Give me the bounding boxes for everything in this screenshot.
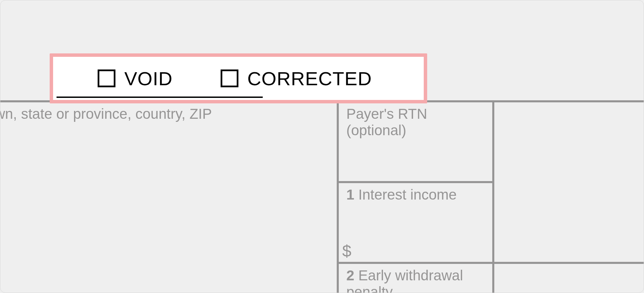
box2-early-withdrawal-cell: 2 Early withdrawal penalty	[339, 264, 492, 293]
box2-label: Early withdrawal penalty	[346, 267, 463, 293]
corrected-checkbox[interactable]	[221, 69, 238, 87]
payer-info-cell: ess, city or town, state or province, co…	[0, 102, 339, 293]
form-grid: ess, city or town, state or province, co…	[0, 100, 644, 293]
void-option: VOID	[98, 67, 173, 90]
void-corrected-highlight: VOID CORRECTED	[50, 53, 427, 103]
right-column: OMB No. Form 1	[494, 102, 644, 293]
box2-number: 2	[346, 267, 354, 283]
payers-rtn-label: Payer's RTN (optional)	[346, 106, 427, 138]
void-checkbox[interactable]	[98, 69, 115, 87]
payer-address-line2: elephone no.	[0, 122, 331, 139]
void-label: VOID	[124, 67, 173, 90]
box1-currency-symbol: $	[342, 242, 351, 260]
corrected-label: CORRECTED	[247, 67, 372, 90]
form-crop-viewport: VOID CORRECTED ess, city or town, state …	[0, 0, 644, 293]
box1-number: 1	[346, 187, 354, 203]
payer-address-line1: ess, city or town, state or province, co…	[0, 106, 331, 122]
void-corrected-underline	[57, 97, 263, 98]
omb-cell: OMB No. Form 1	[494, 102, 644, 264]
payers-rtn-cell: Payer's RTN (optional)	[339, 102, 492, 183]
box1-interest-income-cell: 1 Interest income $	[339, 183, 492, 264]
middle-column: Payer's RTN (optional) 1 Interest income…	[339, 102, 494, 293]
omb-label: OMB No.	[502, 106, 644, 122]
box1-label: Interest income	[354, 187, 457, 203]
corrected-option: CORRECTED	[221, 67, 372, 90]
